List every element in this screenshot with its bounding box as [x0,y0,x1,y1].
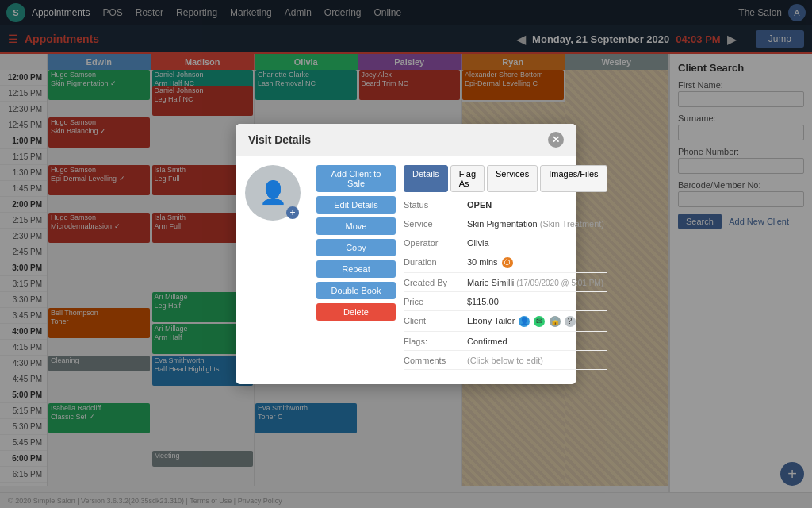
service-value: Skin Pigmentation (Skin Treatment) [467,219,607,229]
modal-tabs: Details Flag As Services Images/Files [404,165,607,192]
client-row: Client Ebony Tailor 👤 ✉ 🔒 ? [404,316,607,332]
service-row: Service Skin Pigmentation (Skin Treatmen… [404,219,607,233]
client-icon-1[interactable]: 👤 [519,316,530,327]
created-by-label: Created By [404,278,467,287]
duration-icon: ⏱ [502,257,513,268]
move-button[interactable]: Move [316,217,396,235]
duration-value: 30 mins ⏱ [467,257,607,268]
repeat-button[interactable]: Repeat [316,260,396,278]
created-by-row: Created By Marie Similli (17/09/2020 @ 5… [404,278,607,292]
modal-body: 👤 + Add Client to Sale Edit Details Move… [236,156,576,384]
client-label: Client [404,316,467,325]
client-icon-3[interactable]: 🔒 [550,316,561,327]
details-column: Details Flag As Services Images/Files St… [404,165,607,375]
comments-label: Comments [404,356,467,365]
created-by-value: Marie Similli (17/09/2020 @ 5:01 PM) [467,278,607,287]
duration-label: Duration [404,257,467,267]
action-buttons-column: Add Client to Sale Edit Details Move Cop… [316,165,396,375]
operator-row: Operator Olivia [404,238,607,252]
price-label: Price [404,297,467,306]
status-row: Status OPEN [404,200,607,214]
status-value: OPEN [467,200,607,210]
tab-services[interactable]: Services [487,165,538,192]
service-label: Service [404,219,467,229]
operator-value: Olivia [467,238,607,248]
price-row: Price $115.00 [404,297,607,311]
status-label: Status [404,200,467,210]
copy-button[interactable]: Copy [316,239,396,256]
avatar-icon: 👤 [259,179,287,206]
client-icon-4[interactable]: ? [565,316,576,327]
flags-label: Flags: [404,337,467,346]
client-icon-2[interactable]: ✉ [534,316,545,327]
modal-overlay[interactable]: Visit Details ✕ 👤 + Add Client to Sale E… [0,0,812,508]
double-book-button[interactable]: Double Book [316,282,396,299]
edit-details-button[interactable]: Edit Details [316,196,396,214]
delete-button[interactable]: Delete [316,303,396,321]
client-name-link[interactable]: Ebony Tailor [467,316,515,325]
comments-row: Comments (Click below to edit) [404,356,607,370]
flags-row: Flags: Confirmed [404,337,607,351]
flags-value: Confirmed [467,337,607,346]
tab-flag-as[interactable]: Flag As [450,165,485,192]
modal-close-button[interactable]: ✕ [548,132,564,148]
duration-row: Duration 30 mins ⏱ [404,257,607,273]
client-value: Ebony Tailor 👤 ✉ 🔒 ? [467,316,607,327]
operator-label: Operator [404,238,467,248]
visit-details-modal: Visit Details ✕ 👤 + Add Client to Sale E… [236,124,576,384]
tab-images-files[interactable]: Images/Files [540,165,607,192]
modal-header: Visit Details ✕ [236,124,576,156]
add-to-sale-button[interactable]: Add Client to Sale [316,165,396,192]
price-value: $115.00 [467,297,607,306]
comments-value[interactable]: (Click below to edit) [467,356,607,365]
modal-title: Visit Details [248,133,311,146]
avatar-add-icon[interactable]: + [286,206,299,219]
tab-details[interactable]: Details [404,165,448,192]
avatar-column: 👤 + [245,165,308,375]
client-avatar: 👤 + [245,165,301,221]
